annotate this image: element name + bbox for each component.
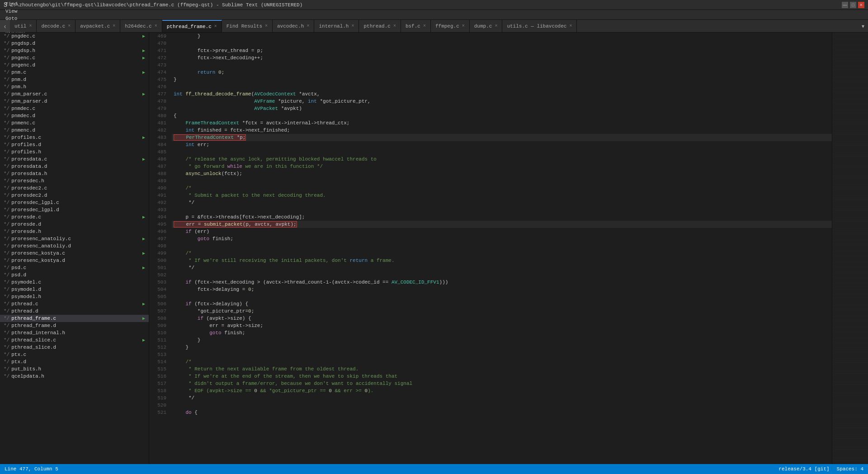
- tab-close-icon[interactable]: ×: [351, 24, 354, 28]
- sidebar-item-pnm-c[interactable]: */ pnm.c▶: [0, 69, 149, 76]
- tab-close-icon[interactable]: ×: [393, 24, 396, 28]
- sidebar-item-proresdec-h[interactable]: */ proresdec.h: [0, 177, 149, 185]
- tab-utils-c---libavcodec[interactable]: utils.c — libavcodec×: [502, 20, 577, 32]
- sidebar-item-proresdec-lgpl-c[interactable]: */ proresdec_lgpl.c: [0, 199, 149, 206]
- tab-h264dec-c[interactable]: h264dec.c×: [120, 20, 162, 32]
- code-row: 482 int finished = fctx->next_finished;: [149, 127, 832, 134]
- tab-bsf-c[interactable]: bsf.c×: [401, 20, 431, 32]
- sidebar-item-psymodel-c[interactable]: */ psymodel.c: [0, 279, 149, 286]
- sidebar-item-pthread-internal-h[interactable]: */ pthread_internal.h: [0, 329, 149, 337]
- close-button[interactable]: ✕: [858, 2, 864, 8]
- sidebar-item-psd-d[interactable]: */ psd.d: [0, 271, 149, 279]
- sidebar-item-psymodel-h[interactable]: */ psymodel.h: [0, 293, 149, 300]
- sidebar-item-proresenc-kostya-c[interactable]: */ proresenc_kostya.c▶: [0, 250, 149, 257]
- line-number: 500: [149, 257, 172, 264]
- sidebar-item-proresde-c[interactable]: */ proresde.c▶: [0, 213, 149, 221]
- tab-close-icon[interactable]: ×: [113, 24, 115, 28]
- sidebar-item-pnmdec-d[interactable]: */ pnmdec.d: [0, 112, 149, 119]
- sidebar-item-proresenc-anatoliy-c[interactable]: */ proresenc_anatoliy.c▶: [0, 235, 149, 242]
- tab-close-icon[interactable]: ×: [155, 24, 157, 28]
- sidebar-item-label: psd.c: [11, 265, 141, 270]
- sidebar-item-arrow: ▶: [142, 236, 145, 242]
- sidebar-item-proresdec2-c[interactable]: */ proresdec2.c: [0, 185, 149, 192]
- tab-close-icon[interactable]: ×: [495, 24, 497, 28]
- tab-close-icon[interactable]: ×: [462, 24, 465, 28]
- tab-find-results[interactable]: Find Results×: [222, 20, 273, 32]
- sidebar-item-prefix: */: [4, 135, 9, 140]
- tab-prev-button[interactable]: ‹: [0, 20, 10, 32]
- sidebar-item-pngenc-d[interactable]: */ pngenc.d: [0, 62, 149, 69]
- sidebar-item-proresde-h[interactable]: */ proresde.h: [0, 228, 149, 235]
- sidebar-item-qcelpdat--h[interactable]: */ qcelpdatа.h: [0, 373, 149, 380]
- minimap[interactable]: [832, 33, 868, 464]
- sidebar-item-prefix: */: [4, 200, 9, 205]
- sidebar-item-proresdata-d[interactable]: */ proresdata.d: [0, 163, 149, 170]
- sidebar-item-arrow: ▶: [142, 33, 145, 39]
- tab-close-icon[interactable]: ×: [214, 24, 217, 29]
- code-editor[interactable]: 469 }470471 fctx->prev_thread = p;472 fc…: [149, 33, 832, 464]
- sidebar-item-pthread-frame-d[interactable]: */ pthread_frame.d: [0, 322, 149, 329]
- tab-close-icon[interactable]: ×: [423, 24, 426, 28]
- sidebar-item-pthread-slice-c[interactable]: */ pthread_slice.c▶: [0, 337, 149, 344]
- sidebar-item-pngdsp-h[interactable]: */ pngdsp.h▶: [0, 47, 149, 54]
- sidebar-item-ptx-c[interactable]: */ ptx.c: [0, 351, 149, 358]
- line-number: 508: [149, 315, 172, 322]
- tab-close-icon[interactable]: ×: [307, 24, 309, 28]
- sidebar-item-pngdsp-d[interactable]: */ pngdsp.d: [0, 40, 149, 47]
- sidebar-item-pthread-slice-d[interactable]: */ pthread_slice.d: [0, 344, 149, 351]
- menu-item-view[interactable]: View: [2, 8, 42, 15]
- sidebar-item-profiles-c[interactable]: */ profiles.c▶: [0, 134, 149, 141]
- line-number: 513: [149, 351, 172, 358]
- maximize-button[interactable]: □: [850, 2, 856, 8]
- line-number: 498: [149, 242, 172, 250]
- sidebar-item-label: proresde.h: [11, 229, 145, 234]
- sidebar-item-pnm-h[interactable]: */ pnm.h: [0, 83, 149, 90]
- sidebar-item-proresdec-lgpl-d[interactable]: */ proresdec_lgpl.d: [0, 206, 149, 213]
- tab-close-icon[interactable]: ×: [265, 24, 268, 28]
- tab-avpacket-c[interactable]: avpacket.c×: [75, 20, 120, 32]
- sidebar-item-pthread-c[interactable]: */ pthread.c▶: [0, 300, 149, 308]
- sidebar-item-proresdata-h[interactable]: */ proresdata.h: [0, 170, 149, 177]
- tab-dump-c[interactable]: dump.c×: [470, 20, 503, 32]
- tab-more-button[interactable]: ▾: [858, 20, 868, 32]
- minimize-button[interactable]: —: [842, 2, 848, 8]
- sidebar-item-put-bits-h[interactable]: */ put_bits.h: [0, 365, 149, 373]
- sidebar-item-pnmenc-d[interactable]: */ pnmenc.d: [0, 127, 149, 134]
- tab-pthread-frame-c[interactable]: pthread_frame.c×: [162, 20, 222, 32]
- tab-decode-c[interactable]: decode.c×: [37, 20, 75, 32]
- sidebar-item-proresdec2-d[interactable]: */ proresdec2.d: [0, 192, 149, 199]
- sidebar-item-psd-c[interactable]: */ psd.c▶: [0, 264, 149, 271]
- tab-close-icon[interactable]: ×: [29, 24, 32, 28]
- sidebar-item-ptx-d[interactable]: */ ptx.d: [0, 358, 149, 365]
- code-content: *got_picture_ptr=0;: [172, 308, 832, 315]
- tab-close-icon[interactable]: ×: [569, 24, 572, 28]
- sidebar-item-pnmenc-c[interactable]: */ pnmenc.c: [0, 119, 149, 127]
- sidebar-item-proresenc-kostya-d[interactable]: */ proresenc_kostya.d: [0, 257, 149, 264]
- tab-close-icon[interactable]: ×: [68, 24, 71, 28]
- sidebar-item-psymodel-d[interactable]: */ psymodel.d: [0, 286, 149, 293]
- sidebar-item-pnm-parser-c[interactable]: */ pnm_parser.c▶: [0, 90, 149, 98]
- menu-item-find[interactable]: Find: [2, 0, 42, 8]
- sidebar-item-profiles-d[interactable]: */ profiles.d: [0, 141, 149, 148]
- tab-util[interactable]: util×: [10, 20, 37, 32]
- sidebar-item-pnm-d[interactable]: */ pnm.d: [0, 76, 149, 83]
- sidebar-item-pthread-d[interactable]: */ pthread.d: [0, 308, 149, 315]
- sidebar-item-profiles-h[interactable]: */ profiles.h: [0, 148, 149, 156]
- tab-avcodec-h[interactable]: avcodec.h×: [273, 20, 314, 32]
- sidebar-item-pngenc-c[interactable]: */ pngenc.c▶: [0, 54, 149, 62]
- tab-internal-h[interactable]: internal.h×: [314, 20, 359, 32]
- sidebar-item-pngdec-c[interactable]: */ pngdec.c▶: [0, 33, 149, 40]
- sidebar-item-label: pnm.c: [11, 70, 141, 75]
- sidebar-item-label: proresdec2.c: [11, 185, 145, 191]
- sidebar-item-proresdata-c[interactable]: */ proresdata.c▶: [0, 156, 149, 163]
- sidebar-item-pnm-parser-d[interactable]: */ pnm_parser.d: [0, 98, 149, 105]
- sidebar-item-proresde-d[interactable]: */ proresde.d: [0, 221, 149, 228]
- tab-pthread-c[interactable]: pthread.c×: [359, 20, 401, 32]
- sidebar-item-label: pnmdec.d: [11, 113, 145, 118]
- code-content: [172, 177, 832, 185]
- sidebar-item-pthread-frame-c[interactable]: */ pthread_frame.c▶: [0, 315, 149, 322]
- tab-ffmpeg-c[interactable]: ffmpeg.c×: [431, 20, 470, 32]
- sidebar-item-pnmdec-c[interactable]: */ pnmdec.c: [0, 105, 149, 112]
- line-number: 491: [149, 192, 172, 199]
- sidebar-item-proresenc-anatoliy-d[interactable]: */ proresenc_anatoliy.d: [0, 242, 149, 250]
